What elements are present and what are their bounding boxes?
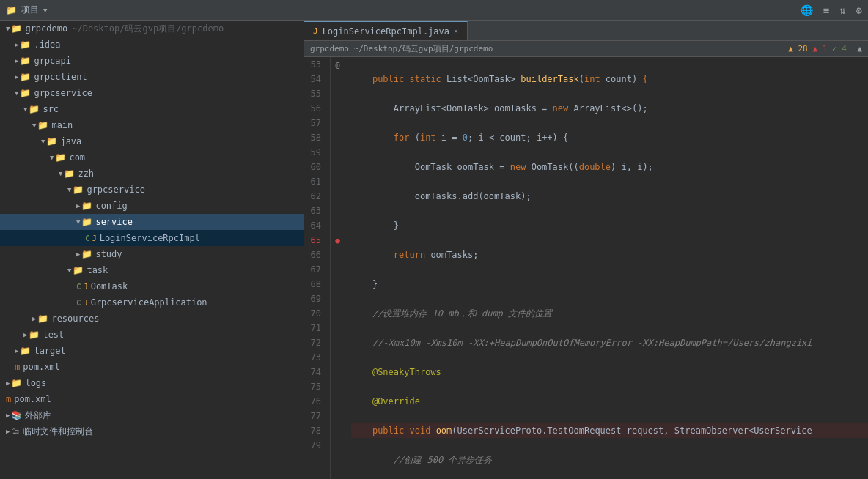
globe-icon[interactable]: 🌐 bbox=[801, 4, 813, 16]
collapse-arrow: ▶ bbox=[6, 428, 10, 435]
folder-icon: 📁 bbox=[55, 152, 66, 163]
sidebar-item-label: grpcclient bbox=[34, 72, 87, 82]
code-lines[interactable]: public static List<OomTask> builderTask(… bbox=[345, 57, 868, 479]
sidebar-item-test[interactable]: ▶ 📁 test bbox=[0, 327, 304, 343]
collapse-arrow: ▶ bbox=[15, 57, 18, 64]
folder-icon: 📁 bbox=[20, 40, 31, 50]
code-header: grpcdemo ~/Desktop/码云gvp项目/grpcdemo ▲ 28… bbox=[304, 41, 868, 57]
sidebar-item-label: 外部库 bbox=[25, 409, 51, 422]
sidebar-item-label: 临时文件和控制台 bbox=[23, 426, 93, 438]
sidebar-item-pom-root[interactable]: m pom.xml bbox=[0, 391, 304, 407]
sidebar-item-service[interactable]: ▼ 📁 service bbox=[0, 214, 304, 230]
tab-close-button[interactable]: × bbox=[454, 27, 458, 35]
collapse-arrow: ▶ bbox=[6, 412, 10, 419]
sidebar-item-grpcclient[interactable]: ▶ 📁 grpcclient bbox=[0, 69, 304, 85]
sidebar-item-idea[interactable]: ▶ 📁 .idea bbox=[0, 37, 304, 53]
sidebar-item-login-service[interactable]: C J LoginServiceRpcImpl bbox=[0, 230, 304, 246]
sidebar-item-src[interactable]: ▼ 📁 src bbox=[0, 101, 304, 117]
java-icon: J bbox=[84, 299, 88, 307]
project-icon: 📁 bbox=[6, 5, 17, 15]
expand-arrow: ▼ bbox=[67, 186, 71, 193]
arrow-icon[interactable]: ⇅ bbox=[839, 4, 845, 16]
sidebar-item-label: LoginServiceRpcImpl bbox=[100, 233, 200, 243]
sidebar-item-task[interactable]: ▼ 📁 task bbox=[0, 262, 304, 278]
collapse-arrow: ▶ bbox=[76, 250, 80, 258]
project-dropdown-icon[interactable]: ▼ bbox=[43, 7, 47, 14]
folder-icon: 📁 bbox=[73, 265, 84, 275]
collapse-arrow: ▶ bbox=[15, 41, 18, 48]
folder-icon: 📚 bbox=[11, 410, 22, 420]
folder-icon: 📁 bbox=[20, 88, 31, 98]
code-line-58: } bbox=[351, 218, 868, 233]
ok-count: 4 bbox=[842, 44, 847, 53]
folder-icon: 📁 bbox=[81, 249, 92, 259]
sidebar-item-com[interactable]: ▼ 📁 com bbox=[0, 149, 304, 166]
sidebar-item-label: logs bbox=[25, 378, 46, 388]
tab-java-icon: J bbox=[313, 26, 318, 36]
sidebar-item-label: GrpcserviceApplication bbox=[91, 297, 207, 308]
sidebar-item-label: pom.xml bbox=[14, 394, 51, 404]
sidebar-item-external-libs[interactable]: ▶ 📚 外部库 bbox=[0, 407, 304, 423]
code-line-65: public void oom(UserServiceProto.TestOom… bbox=[351, 423, 868, 438]
sidebar-item-label: src bbox=[43, 104, 59, 114]
collapse-arrow: ▶ bbox=[32, 315, 36, 322]
folder-icon: 📁 bbox=[20, 56, 31, 66]
sidebar-item-java[interactable]: ▼ 📁 java bbox=[0, 133, 304, 149]
nav-up-icon[interactable]: ▲ bbox=[857, 44, 862, 53]
sidebar-item-grpcservice-sub[interactable]: ▼ 📁 grpcservice bbox=[0, 182, 304, 198]
folder-icon: 📁 bbox=[46, 136, 57, 146]
code-line-66: //创建 500 个异步任务 bbox=[351, 453, 868, 467]
sidebar-item-grpcapi[interactable]: ▶ 📁 grpcapi bbox=[0, 53, 304, 69]
sidebar-item-label: service bbox=[95, 217, 133, 227]
ok-icon: ✓ bbox=[832, 44, 837, 53]
line-numbers: 53 54 55 56 57 58 59 60 61 62 63 64 65 6… bbox=[304, 57, 331, 479]
sidebar-item-label: java bbox=[60, 136, 81, 146]
expand-arrow: ▼ bbox=[41, 138, 45, 145]
sidebar-item-grpcservice[interactable]: ▼ 📁 grpcservice bbox=[0, 85, 304, 101]
sidebar-item-grpcdemo[interactable]: ▼ 📁 grpcdemo ~/Desktop/码云gvp项目/grpcdemo bbox=[0, 21, 304, 37]
sidebar-item-label: grpcservice bbox=[34, 88, 92, 98]
sidebar-item-pom-grpcservice[interactable]: m pom.xml bbox=[0, 359, 304, 375]
error-count: 1 bbox=[823, 44, 832, 53]
file-tab-login-service[interactable]: J LoginServiceRpcImpl.java × bbox=[304, 21, 468, 40]
file-tabs: J LoginServiceRpcImpl.java × bbox=[304, 21, 868, 41]
gutter: @ ● bbox=[331, 57, 345, 479]
code-line-53: public static List<OomTask> builderTask(… bbox=[351, 72, 868, 86]
folder-icon: 📁 bbox=[73, 185, 84, 195]
sidebar-item-label: com bbox=[69, 152, 85, 163]
sidebar-item-label: task bbox=[87, 265, 108, 275]
spring-icon: C bbox=[85, 234, 90, 243]
sidebar-item-zzh[interactable]: ▼ 📁 zzh bbox=[0, 166, 304, 182]
folder-icon: 📁 bbox=[37, 313, 48, 324]
expand-arrow: ▼ bbox=[67, 267, 71, 274]
root-folder-icon: 📁 bbox=[11, 23, 22, 34]
sidebar-item-label: grpcapi bbox=[34, 56, 71, 66]
sidebar-item-target[interactable]: ▶ 📁 target bbox=[0, 343, 304, 359]
menu-icon[interactable]: ≡ bbox=[823, 4, 829, 16]
sidebar-item-logs[interactable]: ▶ 📁 logs bbox=[0, 375, 304, 391]
project-label[interactable]: 项目 bbox=[21, 4, 39, 16]
sidebar-item-label: main bbox=[51, 120, 73, 130]
error-icon: ▲ bbox=[812, 44, 817, 53]
folder-icon: 📁 bbox=[29, 104, 40, 114]
sidebar-item-config[interactable]: ▶ 📁 config bbox=[0, 198, 304, 214]
expand-arrow: ▼ bbox=[32, 122, 36, 129]
code-line-57: oomTasks.add(oomTask); bbox=[351, 189, 868, 204]
sidebar-item-resources[interactable]: ▶ 📁 resources bbox=[0, 311, 304, 327]
folder-icon: 🗂 bbox=[11, 426, 20, 437]
sidebar-item-label: pom.xml bbox=[23, 362, 60, 372]
sidebar-item-temp-console[interactable]: ▶ 🗂 临时文件和控制台 bbox=[0, 423, 304, 439]
sidebar-item-oomtask[interactable]: C J OomTask bbox=[0, 278, 304, 294]
folder-icon: 📁 bbox=[81, 201, 92, 211]
settings-icon[interactable]: ⚙ bbox=[856, 4, 862, 16]
sidebar-item-label: target bbox=[34, 346, 65, 356]
code-editor: J LoginServiceRpcImpl.java × grpcdemo ~/… bbox=[304, 21, 868, 479]
sidebar-item-label: .idea bbox=[34, 40, 60, 50]
top-bar-left: 📁 项目 ▼ bbox=[6, 4, 152, 16]
warning-icon: ▲ bbox=[788, 44, 793, 53]
sidebar-item-main[interactable]: ▼ 📁 main bbox=[0, 117, 304, 133]
expand-arrow: ▼ bbox=[6, 25, 10, 32]
sidebar-item-grpcservice-app[interactable]: C J GrpcserviceApplication bbox=[0, 294, 304, 311]
sidebar-item-label: OomTask bbox=[91, 281, 128, 292]
sidebar-item-study[interactable]: ▶ 📁 study bbox=[0, 246, 304, 262]
